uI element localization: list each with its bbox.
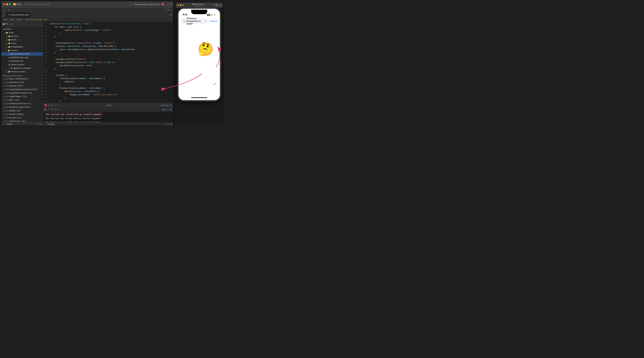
back-button[interactable]: ‹: [2, 14, 4, 16]
sort-icon[interactable]: ⊟: [37, 123, 39, 125]
breadcrumb-notes-root[interactable]: Notes: [3, 19, 8, 21]
debug-step3-icon[interactable]: ⏭: [55, 108, 57, 111]
search-row: 🔍 Firestone documents in Swift? ✕ Cancel: [181, 18, 217, 24]
debug-filter-pill[interactable]: ⊙ Filter: [47, 123, 55, 125]
step-into-icon[interactable]: ↷: [54, 104, 56, 106]
sidebar-item-model[interactable]: ▶ 📁 Model: [1, 38, 43, 42]
split-icon[interactable]: ⊟: [168, 123, 170, 125]
grid-icon[interactable]: ⊞: [40, 123, 42, 125]
breadcrumb-body[interactable]: body: [44, 19, 47, 21]
pkg-firebase[interactable]: ▶ ⬛ Firebase 10.24.0: [1, 84, 43, 88]
breadcrumb-notes[interactable]: Notes: [10, 19, 14, 21]
expand-arrow: ▾: [2, 28, 4, 30]
sidebar-item-services[interactable]: ▶ 📁 Services: [1, 35, 43, 38]
pkg-promises[interactable]: ▶ ⬛ Promises 2.4.0: [1, 116, 43, 120]
tab-add-button[interactable]: ⊞: [170, 14, 172, 16]
cancel-button[interactable]: Cancel: [210, 20, 217, 22]
sidebar-item-views[interactable]: ▶ 📁 Views: [1, 42, 43, 45]
add-file-icon[interactable]: +: [2, 123, 4, 125]
close-button[interactable]: [3, 4, 5, 5]
sidebar-item-preview-content[interactable]: ▶ 📁 Preview Content: [1, 70, 43, 73]
search-icon[interactable]: 🔍: [6, 23, 8, 25]
add-button[interactable]: +: [167, 3, 168, 6]
title-bar: 🔀 Notes #1 - Add 'Notes for iOS' sample …: [1, 1, 173, 8]
breakpoint-icon[interactable]: ⊘: [3, 9, 4, 11]
pause-icon[interactable]: ⏸: [8, 9, 10, 11]
debug-step-icon[interactable]: ↷: [50, 108, 52, 111]
breakpoints-icon[interactable]: ◉: [11, 23, 12, 25]
step-over-icon[interactable]: ⏭: [51, 104, 53, 106]
pkg-gtm[interactable]: ▶ ⬛ GTMSessionFetcher 3.4.1: [1, 102, 43, 105]
compose-button[interactable]: 🖊: [213, 82, 216, 86]
code-line-note-edit: NoteEditScreen(note: note): [43, 64, 173, 67]
sim-minimize[interactable]: [180, 4, 181, 6]
active-tab[interactable]: ◈ NotesListScreen.swift: [6, 12, 31, 18]
debug-filter-label: Filter: [162, 109, 166, 110]
simulator-panel: iPhone 15 Pro iOS 17.4 ⌂ 📷 ⊞ 9:41 ▐▐▐ ▲ …: [174, 1, 224, 124]
code-line-55: 55 .navigationTitle("Notes"): [43, 58, 173, 61]
title-bar-right: Running Notes on iPhone 15 Pro 2 + ⊡: [134, 3, 171, 6]
pkg-leveldb[interactable]: ▶ ⬛ leveldb 1.22.5: [1, 109, 43, 112]
debug-step2-icon[interactable]: ↶: [52, 108, 54, 111]
pkg-appcheck[interactable]: ▶ ⬛ AppCheck 10.19.0: [1, 81, 43, 84]
code-line-60: 60 ToolbarItem(placement: .bottomBar) {: [43, 77, 173, 80]
sidebar-item-plist[interactable]: ◻ GoogleService-Info.plist: [1, 66, 43, 70]
pkg-nanopb[interactable]: ▶ ⬛ nanopb 2.30910.0: [1, 112, 43, 116]
debug-console[interactable]: The function was called with an invalid …: [43, 112, 173, 122]
debug-more-icon[interactable]: ⊞: [170, 123, 172, 125]
sidebar-item-assets[interactable]: ◼ Assets.xcassets: [1, 63, 43, 66]
debug-filter-icon[interactable]: ⊙: [44, 123, 46, 125]
pkg-abseil[interactable]: ▶ ⬛ abseil 1.20240116011.1: [1, 77, 43, 81]
swift-file-icon: ◈: [8, 14, 9, 16]
panel-toggle[interactable]: ⊡: [169, 3, 171, 6]
sidebar-item-screens[interactable]: ▾ 📁 Screens: [1, 49, 43, 52]
pkg-google-utilities[interactable]: ▶ ⬛ GoogleUtilities 7.13.1: [1, 95, 43, 98]
debug-toolbar: ⏸ ↷ ↶ ⏭ ⊘ Filter 👁 👤: [43, 107, 173, 112]
breadcrumb-screens[interactable]: Screens: [16, 19, 23, 21]
sim-maximize[interactable]: [182, 4, 184, 6]
sidebar-item-notes-root[interactable]: ▾ ◼ Notes: [1, 27, 43, 31]
debug-pause-icon[interactable]: ⏸: [47, 108, 49, 111]
sidebar-item-notesapp[interactable]: ◈ NotesApp.swift: [1, 59, 43, 63]
sidebar-item-noteeditscreen[interactable]: ◈ NoteEditScreen.swift: [1, 56, 43, 59]
code-editor[interactable]: 35 extension NotesListScreen: View { 36 …: [43, 22, 173, 103]
clear-button[interactable]: ✕: [205, 20, 206, 22]
code-editor-panel: 35 extension NotesListScreen: View { 36 …: [43, 22, 173, 125]
minimize-button[interactable]: [6, 4, 8, 5]
sidebar-item-viewmodifiers[interactable]: ▶ 📁 ViewModifiers: [1, 45, 43, 49]
pkg-grpc[interactable]: ▶ ⬛ gRPC 1.62.2: [1, 98, 43, 102]
sim-close[interactable]: [177, 4, 179, 6]
package-deps-header: Package Dependencies: [1, 73, 43, 77]
code-line-52: 52 await notesRepository.semanticSearch(…: [43, 48, 173, 51]
sidebar-item-notes-folder[interactable]: ▾ 📁 Notes: [1, 31, 43, 35]
sidebar-item-noteslistscreen[interactable]: ◈ NotesListScreen.swift: [1, 52, 43, 56]
code-line-54: 54: [43, 55, 173, 58]
tab-label: NotesListScreen.swift: [10, 14, 29, 16]
sidebar-filter[interactable]: ⊙ Filter: [5, 123, 13, 125]
pkg-swiftprotobuf[interactable]: ▶ ⬛ SwiftProtobuf 1.26.0: [1, 120, 43, 122]
sidebar-toggle[interactable]: ⊟: [165, 9, 167, 11]
view-icon[interactable]: ⊟: [170, 104, 172, 106]
filter-icon: ⊙: [6, 123, 8, 125]
step-out-icon[interactable]: ↶: [57, 104, 58, 106]
debug-view-icon[interactable]: 👁: [167, 109, 169, 110]
debug-toggle[interactable]: ⊡: [170, 9, 172, 11]
forward-button[interactable]: ›: [4, 14, 5, 16]
trash-icon[interactable]: 🗑: [165, 124, 167, 125]
iphone-notch: [191, 10, 207, 14]
vcs-icon[interactable]: ±: [9, 23, 10, 25]
rotate-icon[interactable]: ⊞: [219, 4, 221, 7]
pkg-google-datatransport[interactable]: ▶ ⬛ GoogleDataTransport 9.4.0: [1, 91, 43, 95]
pause-icon-bar[interactable]: ⏸: [48, 104, 50, 106]
run-icon[interactable]: ▷: [6, 9, 7, 11]
debug-clear-icon[interactable]: ⊘: [58, 108, 60, 111]
inspector-toggle[interactable]: ⊞: [168, 9, 169, 11]
home-icon[interactable]: ⌂: [212, 4, 214, 7]
screenshot-icon[interactable]: 📷: [215, 4, 218, 7]
pkg-google-measurement[interactable]: ▶ ⬛ GoogleAppMeasurement 10.24.0: [1, 88, 43, 91]
breadcrumb-file[interactable]: NotesListScreen.swift: [24, 19, 42, 21]
search-bar-area: 🔍 Firestone documents in Swift? ✕ Cancel: [180, 17, 219, 25]
search-bar[interactable]: 🔍 Firestone documents in Swift? ✕: [181, 18, 208, 24]
pkg-interop[interactable]: ▶ ⬛ InteropForGoogle 100.0.0: [1, 105, 43, 109]
maximize-button[interactable]: [9, 4, 11, 5]
